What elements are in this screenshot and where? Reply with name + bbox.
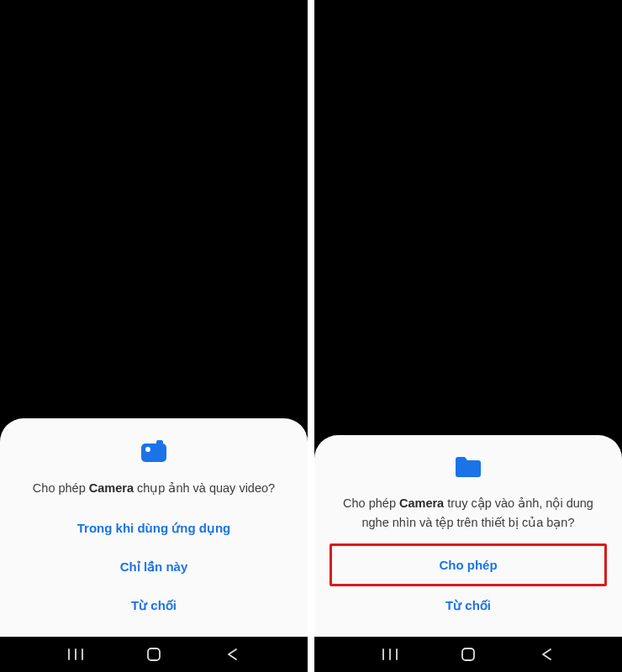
only-this-time-button[interactable]: Chỉ lần này [15,548,293,586]
back-button[interactable] [223,645,241,664]
svg-rect-0 [141,444,166,462]
back-button[interactable] [537,645,556,664]
app-name: Camera [89,481,134,495]
permission-dialog-camera: Cho phép Camera chụp ảnh và quay video? … [0,418,308,637]
app-name: Camera [399,496,444,510]
phone-left: Cho phép Camera chụp ảnh và quay video? … [0,0,308,672]
while-using-button[interactable]: Trong khi dùng ứng dụng [15,509,293,548]
svg-rect-1 [156,440,163,445]
navigation-bar [0,637,308,672]
home-button[interactable] [145,645,163,664]
dark-background [0,0,308,418]
folder-icon [456,457,481,480]
allow-button[interactable]: Cho phép [329,543,607,586]
svg-rect-3 [148,648,160,660]
camera-icon [141,440,166,465]
deny-button[interactable]: Từ chối [15,586,293,625]
permission-prefix: Cho phép [33,481,89,495]
dark-background [314,0,622,435]
home-button[interactable] [459,645,477,664]
svg-point-2 [145,447,150,452]
permission-prefix: Cho phép [343,496,399,510]
deny-button[interactable]: Từ chối [329,586,607,625]
permission-question: Cho phép Camera chụp ảnh và quay video? [28,479,280,497]
permission-suffix: chụp ảnh và quay video? [134,481,275,495]
navigation-bar [314,637,622,672]
svg-rect-4 [462,648,474,660]
permission-question: Cho phép Camera truy cập vào ảnh, nội du… [329,494,607,532]
phone-right: Cho phép Camera truy cập vào ảnh, nội du… [314,0,622,672]
recents-button[interactable] [381,645,399,664]
recents-button[interactable] [66,645,85,664]
permission-dialog-storage: Cho phép Camera truy cập vào ảnh, nội du… [314,435,622,637]
